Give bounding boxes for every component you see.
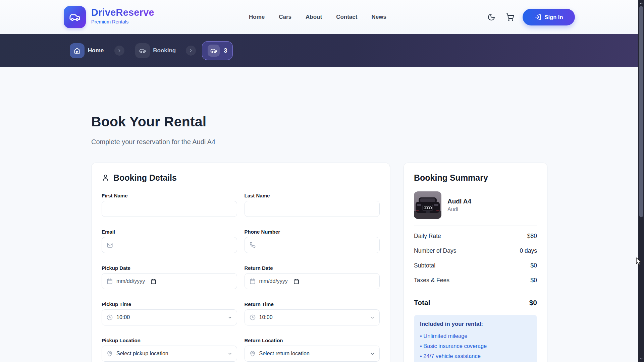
booking-details-title: Booking Details (113, 173, 177, 183)
first-name-label: First Name (102, 193, 237, 198)
phone-label: Phone Number (245, 229, 380, 235)
included-title: Included in your rental: (420, 321, 531, 327)
header-actions: Sign In (487, 0, 575, 34)
brand-logo[interactable] (64, 6, 86, 28)
included-item: • Basic insurance coverage (420, 341, 531, 351)
summary-row-value: $80 (527, 233, 537, 240)
booking-details-card: Booking Details First Name Last Name Ema… (91, 163, 390, 362)
return-location-label: Return Location (245, 338, 380, 343)
pickup-time-label: Pickup Time (102, 301, 237, 307)
pickup-date-value: mm/dd/yyyy (116, 278, 145, 284)
browser-viewport: DriveReserve Premium Rentals Home Cars A… (0, 0, 644, 362)
summary-car-text: Audi A4 Audi (447, 198, 471, 213)
field-email: Email (102, 229, 237, 253)
scrollbar-down-arrow[interactable] (638, 356, 644, 361)
breadcrumb-booking-label[interactable]: Booking (153, 47, 176, 54)
included-box: Included in your rental: • Unlimited mil… (414, 315, 537, 362)
field-return-date: Return Date mm/dd/yyyy (245, 265, 380, 289)
email-label: Email (102, 229, 237, 235)
pickup-date-input[interactable]: mm/dd/yyyy (102, 273, 237, 289)
field-pickup-location: Pickup Location Select pickup location (102, 338, 237, 362)
site-header: DriveReserve Premium Rentals Home Cars A… (0, 0, 638, 34)
return-date-input[interactable]: mm/dd/yyyy (245, 273, 380, 289)
summary-row-label: Daily Rate (414, 233, 441, 240)
mail-icon (107, 242, 113, 248)
email-input[interactable] (102, 237, 237, 253)
scrollbar-up-arrow[interactable] (638, 1, 644, 6)
last-name-label: Last Name (245, 193, 380, 198)
booking-details-header: Booking Details (102, 173, 380, 183)
total-value: $0 (529, 299, 537, 307)
breadcrumb-home-label[interactable]: Home (88, 47, 104, 54)
chevron-down-icon (370, 315, 375, 320)
car-icon (139, 47, 146, 54)
booking-summary-card: Booking Summary (404, 163, 547, 362)
phone-input[interactable] (245, 237, 380, 253)
main-nav: Home Cars About Contact News (249, 0, 386, 34)
nav-item-cars[interactable]: Cars (279, 14, 291, 20)
field-phone: Phone Number (245, 229, 380, 253)
summary-total-row: Total $0 (414, 294, 537, 309)
breadcrumb-band: Home Booking 3 (0, 34, 638, 67)
clock-icon (107, 314, 113, 320)
map-pin-icon (107, 351, 113, 357)
first-name-input[interactable] (102, 201, 237, 217)
pickup-time-select[interactable]: 10:00 (102, 309, 237, 325)
chevron-right-icon (186, 46, 196, 56)
summary-car-row: Audi A4 Audi (414, 191, 537, 219)
login-icon (535, 14, 541, 20)
chevron-down-icon (227, 351, 232, 356)
summary-car-name: Audi A4 (447, 198, 471, 205)
breadcrumb-current-step[interactable]: 3 (202, 41, 233, 60)
summary-row-value: $0 (531, 262, 537, 269)
moon-icon[interactable] (487, 13, 496, 21)
chevron-down-icon (370, 351, 375, 356)
field-return-time: Return Time 10:00 (245, 301, 380, 325)
chevron-right-icon (114, 46, 124, 56)
included-item: • Unlimited mileage (420, 331, 531, 341)
calendar-icon (250, 278, 256, 284)
summary-car-brand: Audi (447, 206, 471, 213)
brand-name[interactable]: DriveReserve (91, 7, 154, 18)
field-pickup-date: Pickup Date mm/dd/yyyy (102, 265, 237, 289)
brand-tagline: Premium Rentals (91, 19, 154, 24)
return-time-value: 10:00 (259, 314, 273, 320)
nav-item-contact[interactable]: Contact (336, 14, 357, 20)
phone-icon (250, 242, 256, 248)
included-list: • Unlimited mileage • Basic insurance co… (420, 331, 531, 361)
scrollbar-thumb[interactable] (639, 6, 643, 217)
booking-summary-title: Booking Summary (414, 173, 537, 183)
page-title: Book Your Rental (91, 114, 206, 130)
return-location-value: Select return location (259, 351, 310, 357)
date-picker-icon[interactable] (293, 279, 299, 284)
date-picker-icon[interactable] (151, 279, 156, 284)
nav-item-news[interactable]: News (371, 14, 386, 20)
return-time-select[interactable]: 10:00 (245, 309, 380, 325)
pickup-location-select[interactable]: Select pickup location (102, 346, 237, 362)
nav-item-home[interactable]: Home (249, 14, 265, 20)
breadcrumb-booking-chip[interactable] (135, 43, 150, 58)
car-icon (69, 11, 80, 23)
clock-icon (250, 314, 256, 320)
sign-in-button[interactable]: Sign In (523, 9, 575, 25)
summary-row-value: $0 (531, 277, 537, 284)
car-icon (208, 45, 220, 57)
summary-row-daily-rate: Daily Rate $80 (414, 229, 537, 243)
last-name-input[interactable] (245, 201, 380, 217)
summary-row-value: 0 days (520, 247, 537, 254)
divider (414, 291, 537, 291)
included-item: • 24/7 vehicle assistance (420, 351, 531, 361)
map-pin-icon (250, 351, 256, 357)
field-return-location: Return Location Select return location (245, 338, 380, 362)
breadcrumb: Home Booking 3 (70, 34, 233, 67)
summary-row-label: Taxes & Fees (414, 277, 449, 284)
summary-row-days: Number of Days 0 days (414, 243, 537, 258)
page-scrollbar[interactable] (638, 0, 644, 362)
calendar-icon (107, 278, 113, 284)
nav-item-about[interactable]: About (306, 14, 322, 20)
return-location-select[interactable]: Select return location (245, 346, 380, 362)
cart-icon[interactable] (506, 13, 515, 21)
summary-row-taxes: Taxes & Fees $0 (414, 273, 537, 288)
pickup-date-label: Pickup Date (102, 265, 237, 271)
breadcrumb-home-chip[interactable] (70, 43, 85, 58)
